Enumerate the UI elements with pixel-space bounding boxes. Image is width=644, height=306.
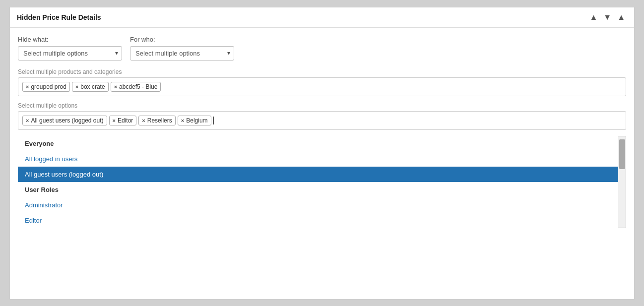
dropdown-list: Everyone All logged in users All guest u…	[18, 136, 618, 228]
tag-box-crate-remove[interactable]: ×	[75, 84, 78, 90]
dropdown-item-all-guest[interactable]: All guest users (logged out)	[18, 167, 618, 182]
products-section: Select multiple products and categories …	[18, 68, 626, 96]
scrollbar-thumb[interactable]	[619, 139, 625, 169]
hide-what-group: Hide what: Select multiple options	[18, 36, 122, 61]
tag-grouped-prod-text: grouped prod	[31, 83, 66, 90]
tag-guest: × All guest users (logged out)	[22, 116, 107, 125]
collapse-up-button[interactable]: ▲	[587, 12, 599, 22]
dropdown-item-everyone: Everyone	[18, 136, 618, 151]
dropdown-item-all-logged-in[interactable]: All logged in users	[18, 151, 618, 167]
tag-editor: × Editor	[109, 116, 137, 125]
panel-title: Hidden Price Rule Details	[17, 13, 101, 21]
tag-belgium-remove[interactable]: ×	[181, 118, 184, 123]
tag-resellers-text: Resellers	[147, 117, 172, 124]
tag-grouped-prod: × grouped prod	[22, 82, 70, 92]
tag-resellers-remove[interactable]: ×	[142, 118, 145, 123]
who-tags-container[interactable]: × All guest users (logged out) × Editor …	[18, 111, 626, 130]
who-label: Select multiple options	[18, 102, 626, 109]
tag-box-crate-text: box crate	[80, 83, 105, 90]
for-who-group: For who: Select multiple options	[130, 36, 234, 61]
dropdown-item-editor[interactable]: Editor	[18, 213, 618, 228]
expand-button[interactable]: ▲	[615, 12, 627, 22]
tag-abcdef5-text: abcdef5 - Blue	[119, 83, 157, 90]
collapse-down-button[interactable]: ▼	[601, 12, 613, 22]
tag-box-crate: × box crate	[72, 82, 109, 92]
tag-editor-text: Editor	[118, 117, 133, 124]
tag-grouped-prod-remove[interactable]: ×	[26, 84, 29, 90]
tag-abcdef5: × abcdef5 - Blue	[111, 82, 161, 92]
tag-abcdef5-remove[interactable]: ×	[114, 84, 117, 90]
products-tags-container[interactable]: × grouped prod × box crate × abcdef5 - B…	[18, 77, 626, 96]
panel-header: Hidden Price Rule Details ▲ ▼ ▲	[10, 7, 634, 28]
hide-what-wrapper: Select multiple options	[18, 46, 122, 61]
tag-editor-remove[interactable]: ×	[113, 118, 116, 123]
products-label: Select multiple products and categories	[18, 68, 626, 75]
scrollbar[interactable]	[618, 136, 626, 228]
hide-what-label: Hide what:	[18, 36, 122, 43]
for-who-select[interactable]: Select multiple options	[130, 46, 234, 61]
tag-belgium-text: Belgium	[186, 117, 207, 124]
fields-row: Hide what: Select multiple options For w…	[18, 36, 626, 61]
dropdown-item-user-roles: User Roles	[18, 182, 618, 197]
dropdown-item-administrator[interactable]: Administrator	[18, 197, 618, 213]
panel: Hidden Price Rule Details ▲ ▼ ▲ Hide wha…	[9, 7, 635, 300]
tag-guest-text: All guest users (logged out)	[31, 117, 103, 124]
dropdown-wrapper: Everyone All logged in users All guest u…	[18, 136, 626, 228]
tag-resellers: × Resellers	[138, 116, 175, 125]
header-actions: ▲ ▼ ▲	[587, 12, 627, 22]
hide-what-select[interactable]: Select multiple options	[18, 46, 122, 61]
panel-body: Hide what: Select multiple options For w…	[10, 28, 634, 236]
tag-guest-remove[interactable]: ×	[26, 118, 29, 123]
for-who-wrapper: Select multiple options	[130, 46, 234, 61]
tag-belgium: × Belgium	[178, 116, 211, 125]
text-cursor	[213, 117, 214, 124]
who-section: Select multiple options × All guest user…	[18, 102, 626, 130]
for-who-label: For who:	[130, 36, 234, 43]
